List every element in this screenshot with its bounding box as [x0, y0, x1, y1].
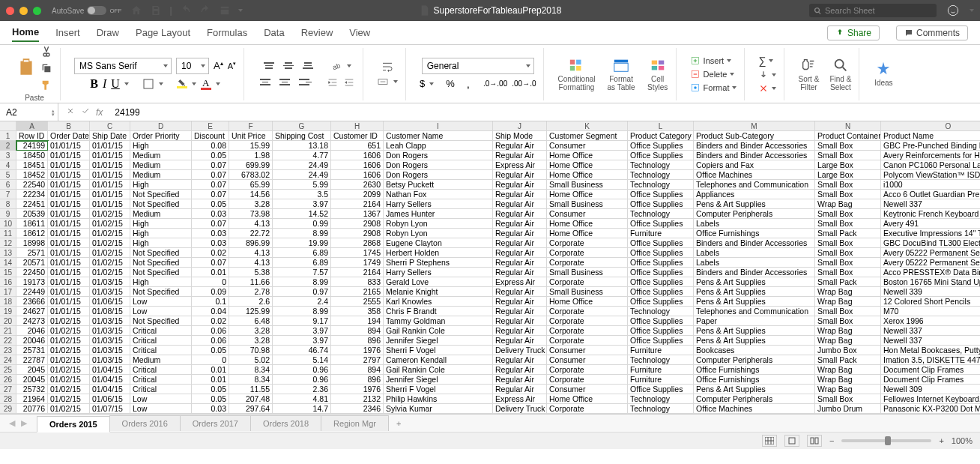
- cell[interactable]: 01/01/15: [48, 297, 90, 307]
- cell[interactable]: Office Supplies: [628, 258, 694, 268]
- cell[interactable]: Regular Air: [493, 238, 547, 248]
- cell[interactable]: Gail Rankin Cole: [384, 365, 493, 375]
- cell[interactable]: 2797: [331, 355, 384, 365]
- cell[interactable]: 3.28: [229, 199, 273, 209]
- cell[interactable]: Document Clip Frames: [881, 375, 980, 385]
- cell[interactable]: Canon PC1060 Personal Laser Copier: [881, 160, 980, 170]
- cell[interactable]: Small Business: [547, 287, 628, 297]
- cell[interactable]: Unit Price: [229, 131, 273, 141]
- cell[interactable]: Office Machines: [694, 404, 815, 414]
- cell[interactable]: 9.17: [273, 316, 331, 326]
- cell[interactable]: Pens & Art Supplies: [694, 336, 815, 346]
- sheet-tab-1[interactable]: Orders 2016: [109, 415, 181, 431]
- cell[interactable]: Regular Air: [493, 248, 547, 258]
- sheet-tab-0[interactable]: Orders 2015: [37, 416, 110, 433]
- sheet-tab-4[interactable]: Region Mgr: [321, 415, 389, 431]
- cell[interactable]: 0.07: [192, 190, 229, 199]
- cell[interactable]: 24199: [16, 141, 48, 151]
- cell[interactable]: Small Box: [815, 219, 881, 229]
- cell[interactable]: Telephones and Communication: [694, 180, 815, 190]
- zoom-slider[interactable]: [841, 439, 931, 442]
- font-color-icon[interactable]: A: [201, 77, 211, 90]
- row-header-4[interactable]: 4: [0, 160, 16, 170]
- cell[interactable]: Home Office: [547, 394, 628, 404]
- cell[interactable]: 297.64: [229, 404, 273, 414]
- cell[interactable]: i1000: [881, 180, 980, 190]
- cell[interactable]: 2164: [331, 199, 384, 209]
- font-size-select[interactable]: [176, 58, 209, 74]
- cell[interactable]: High: [130, 238, 192, 248]
- delete-cells-button[interactable]: Delete: [690, 69, 735, 79]
- row-header-5[interactable]: 5: [0, 170, 16, 180]
- cell[interactable]: 13.18: [273, 141, 331, 151]
- cell[interactable]: 01/01/15: [48, 268, 90, 277]
- cell[interactable]: Low: [130, 404, 192, 414]
- increase-font-icon[interactable]: A▴: [214, 60, 223, 71]
- cell[interactable]: Wrap Bag: [815, 365, 881, 375]
- cell[interactable]: Medium: [130, 151, 192, 160]
- cell[interactable]: Office Supplies: [628, 151, 694, 160]
- cell[interactable]: 3.5: [273, 190, 331, 199]
- cell[interactable]: 15.99: [229, 141, 273, 151]
- cell[interactable]: Consumer: [547, 209, 628, 219]
- cell[interactable]: Wrap Bag: [815, 336, 881, 346]
- cell[interactable]: Keytronic French Keyboard: [881, 209, 980, 219]
- tab-data[interactable]: Data: [264, 24, 284, 41]
- col-header-E[interactable]: E: [192, 121, 229, 131]
- cell[interactable]: Small Pack: [815, 277, 881, 287]
- cell[interactable]: Office Supplies: [628, 316, 694, 326]
- cell[interactable]: Boston 16765 Mini Stand Up Battery P: [881, 277, 980, 287]
- cell[interactable]: 01/02/15: [48, 316, 90, 326]
- cell[interactable]: GBC DocuBind TL300 Electric Binding: [881, 238, 980, 248]
- decrease-font-icon[interactable]: A▾: [228, 61, 236, 70]
- cell[interactable]: Regular Air: [493, 229, 547, 238]
- cell[interactable]: Corporate: [547, 336, 628, 346]
- cell[interactable]: 6783.02: [229, 170, 273, 180]
- select-all-corner[interactable]: [0, 121, 16, 131]
- row-header-20[interactable]: 20: [0, 316, 16, 326]
- cell[interactable]: 01/02/15: [90, 258, 130, 268]
- cell[interactable]: Binders and Binder Accessories: [694, 268, 815, 277]
- cell[interactable]: 14.52: [273, 209, 331, 219]
- row-header-15[interactable]: 15: [0, 268, 16, 277]
- cell[interactable]: Technology: [628, 404, 694, 414]
- cell[interactable]: Office Furnishings: [694, 365, 815, 375]
- row-header-1[interactable]: 1: [0, 131, 16, 141]
- cell[interactable]: Document Clip Frames: [881, 365, 980, 375]
- cell[interactable]: Acco PRESSTEX® Data Binder with St: [881, 268, 980, 277]
- cell[interactable]: 01/01/15: [48, 258, 90, 268]
- row-header-6[interactable]: 6: [0, 180, 16, 190]
- cell[interactable]: Corporate: [547, 316, 628, 326]
- cell[interactable]: 8.34: [229, 375, 273, 385]
- cell[interactable]: 0.05: [192, 151, 229, 160]
- zoom-level[interactable]: 100%: [952, 436, 973, 445]
- cell[interactable]: Pens & Art Supplies: [694, 297, 815, 307]
- cell[interactable]: 0.05: [192, 385, 229, 394]
- cell[interactable]: 0.97: [273, 287, 331, 297]
- cell[interactable]: Office Supplies: [628, 287, 694, 297]
- decrease-indent-icon[interactable]: [327, 76, 339, 88]
- cell[interactable]: 24273: [16, 316, 48, 326]
- cell[interactable]: Technology: [628, 160, 694, 170]
- cell[interactable]: Xerox 1996: [881, 316, 980, 326]
- cell[interactable]: 2.4: [273, 297, 331, 307]
- row-header-17[interactable]: 17: [0, 287, 16, 297]
- cell[interactable]: Regular Air: [493, 258, 547, 268]
- cell[interactable]: Technology: [628, 307, 694, 316]
- cell[interactable]: Office Machines: [694, 170, 815, 180]
- cell[interactable]: Customer Segment: [547, 131, 628, 141]
- row-header-19[interactable]: 19: [0, 307, 16, 316]
- cell[interactable]: 25731: [16, 346, 48, 355]
- cell[interactable]: Corporate: [547, 258, 628, 268]
- col-header-C[interactable]: C: [90, 121, 130, 131]
- comments-button[interactable]: Comments: [896, 25, 968, 40]
- cell[interactable]: Consumer: [547, 355, 628, 365]
- autosave-toggle[interactable]: AutoSave OFF: [52, 6, 121, 15]
- cell[interactable]: Jumbo Box: [815, 346, 881, 355]
- cell[interactable]: Small Box: [815, 268, 881, 277]
- align-middle-icon[interactable]: [281, 59, 296, 73]
- col-header-M[interactable]: M: [694, 121, 815, 131]
- cell[interactable]: Labels: [694, 219, 815, 229]
- cell[interactable]: 0.05: [192, 346, 229, 355]
- cell[interactable]: 2165: [331, 287, 384, 297]
